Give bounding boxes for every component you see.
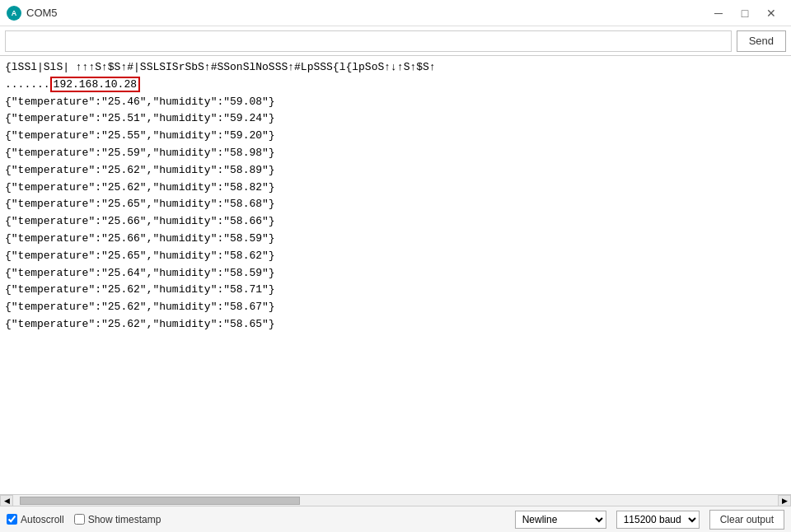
scroll-track — [13, 497, 778, 505]
clear-output-button[interactable]: Clear output — [709, 510, 784, 530]
maximize-button[interactable]: □ — [732, 2, 758, 25]
title-bar: A COM5 ─ □ ✕ — [0, 0, 791, 26]
timestamp-checkbox[interactable] — [74, 514, 85, 525]
output-area[interactable]: {lSSl|SlS| ↑↑↑S↑$S↑#|SSLSISrSbS↑#SSonSlN… — [0, 56, 791, 494]
autoscroll-label[interactable]: Autoscroll — [21, 514, 64, 525]
input-bar: Send — [0, 26, 791, 56]
output-line: {"temperature":"25.62","humidity":"58.82… — [5, 180, 786, 197]
send-button[interactable]: Send — [737, 30, 786, 52]
close-button[interactable]: ✕ — [758, 2, 784, 25]
output-line: .......192.168.10.28 — [5, 77, 786, 94]
output-line: {"temperature":"25.62","humidity":"58.67… — [5, 299, 786, 316]
baud-select[interactable]: 300 baud1200 baud2400 baud4800 baud9600 … — [616, 511, 700, 529]
title-controls: ─ □ ✕ — [705, 2, 784, 25]
output-line: {"temperature":"25.62","humidity":"58.65… — [5, 316, 786, 334]
window-title: COM5 — [26, 7, 58, 19]
scroll-thumb[interactable] — [20, 497, 300, 505]
bottom-bar: Autoscroll Show timestamp No line ending… — [0, 506, 791, 532]
output-line: {"temperature":"25.51","humidity":"59.24… — [5, 110, 786, 128]
output-line: {"temperature":"25.66","humidity":"58.59… — [5, 231, 786, 248]
scroll-right-arrow[interactable]: ▶ — [778, 495, 791, 506]
timestamp-checkbox-container[interactable]: Show timestamp — [74, 514, 161, 525]
autoscroll-checkbox-container[interactable]: Autoscroll — [7, 514, 64, 525]
output-line: {"temperature":"25.65","humidity":"58.62… — [5, 248, 786, 265]
horizontal-scrollbar[interactable]: ◀ ▶ — [0, 494, 791, 506]
serial-input[interactable] — [5, 30, 732, 52]
output-line: {"temperature":"25.46","humidity":"59.08… — [5, 94, 786, 111]
minimize-button[interactable]: ─ — [705, 2, 732, 25]
arduino-icon: A — [7, 6, 21, 21]
output-line: {"temperature":"25.62","humidity":"58.89… — [5, 162, 786, 180]
scroll-left-arrow[interactable]: ◀ — [0, 495, 13, 506]
output-line: {"temperature":"25.65","humidity":"58.68… — [5, 196, 786, 213]
newline-select[interactable]: No line endingNewlineCarriage returnBoth… — [515, 511, 606, 529]
autoscroll-checkbox[interactable] — [7, 514, 17, 525]
output-line: {"temperature":"25.64","humidity":"58.59… — [5, 265, 786, 282]
title-left: A COM5 — [7, 6, 58, 21]
timestamp-label[interactable]: Show timestamp — [88, 514, 161, 525]
output-line: {"temperature":"25.59","humidity":"58.98… — [5, 145, 786, 162]
output-line: {"temperature":"25.55","humidity":"59.20… — [5, 128, 786, 145]
ip-address: 192.168.10.28 — [50, 77, 140, 92]
output-line: {"temperature":"25.62","humidity":"58.71… — [5, 282, 786, 299]
output-line: {"temperature":"25.66","humidity":"58.66… — [5, 213, 786, 231]
output-line: {lSSl|SlS| ↑↑↑S↑$S↑#|SSLSISrSbS↑#SSonSlN… — [5, 59, 786, 77]
